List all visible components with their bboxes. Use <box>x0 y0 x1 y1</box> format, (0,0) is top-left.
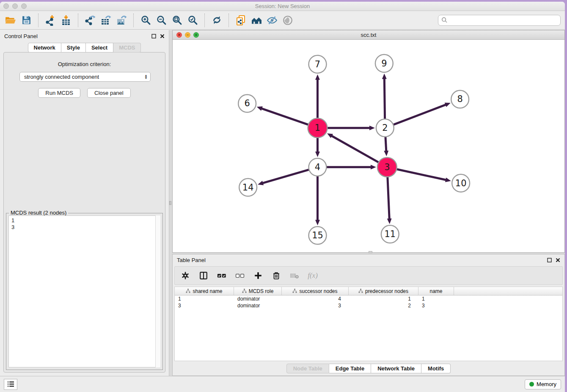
fit-content-icon <box>172 15 182 25</box>
float-panel-icon[interactable] <box>151 34 156 39</box>
column-type-icon <box>186 289 190 293</box>
column-header-MCDS-role[interactable]: MCDS role <box>234 287 282 295</box>
search-box[interactable] <box>438 15 561 26</box>
close-panel-icon[interactable] <box>556 258 560 262</box>
graph-node-4[interactable]: 4 <box>309 158 327 176</box>
add-column-button[interactable] <box>253 270 264 281</box>
deselect-all-columns-button[interactable] <box>234 270 245 281</box>
graph-node-10[interactable]: 10 <box>452 174 470 192</box>
export-table-button[interactable] <box>99 14 112 27</box>
save-session-button[interactable] <box>20 14 33 27</box>
optimization-criterion-select[interactable]: strongly connected component ▲▼ <box>19 72 151 82</box>
select-all-icon <box>217 271 227 280</box>
cell-shared-name[interactable]: 3 <box>175 302 234 309</box>
graph-edge-2-8[interactable] <box>385 105 446 128</box>
close-window-button[interactable] <box>3 3 9 9</box>
refresh-button[interactable] <box>210 14 223 27</box>
column-view-button[interactable] <box>198 270 209 281</box>
close-network-button[interactable]: × <box>176 32 182 38</box>
cell-MCDS-role[interactable]: dominator <box>234 295 282 302</box>
first-neighbors-button[interactable] <box>250 14 263 27</box>
export-image-button[interactable] <box>115 14 128 27</box>
network-window-titlebar[interactable]: × – + scc.txt <box>173 30 564 40</box>
graph-edge-arrowhead <box>258 181 264 185</box>
table-tab-motifs[interactable]: Motifs <box>421 364 451 373</box>
column-header-predecessor-nodes[interactable]: predecessor nodes <box>349 287 418 295</box>
minimize-window-button[interactable] <box>12 3 18 9</box>
mcds-result-text[interactable]: 1 3 <box>8 215 160 367</box>
control-tab-mcds[interactable]: MCDS <box>113 43 141 52</box>
svg-text:6: 6 <box>244 98 250 108</box>
function-icon: f(x) <box>308 271 318 280</box>
vertical-splitter-grip[interactable] <box>169 201 171 205</box>
export-network-button[interactable] <box>84 14 96 27</box>
graph-node-3[interactable]: 3 <box>377 157 397 177</box>
optimization-criterion-value: strongly connected component <box>24 74 99 80</box>
fit-content-button[interactable] <box>171 14 183 27</box>
minimize-network-button[interactable]: – <box>185 32 190 38</box>
zoom-selected-button[interactable] <box>186 14 199 27</box>
graph-node-6[interactable]: 6 <box>238 94 256 112</box>
graph-edge-arrowhead <box>382 74 387 79</box>
float-panel-icon[interactable] <box>547 258 552 262</box>
column-header-shared-name[interactable]: shared name <box>175 287 234 295</box>
graph-edge-arrowhead <box>315 220 320 225</box>
horizontal-splitter-grip[interactable] <box>369 251 372 253</box>
settings-gear-button[interactable] <box>180 270 191 281</box>
show-panels-button[interactable] <box>4 379 17 390</box>
cell-predecessor-nodes[interactable]: 2 <box>349 302 418 309</box>
close-panel-icon[interactable] <box>160 34 165 39</box>
network-canvas[interactable]: 1234678910111415 <box>173 40 564 252</box>
result-scrollbar[interactable] <box>155 215 160 367</box>
import-table-button[interactable] <box>60 14 72 27</box>
cell-MCDS-role[interactable]: dominator <box>234 302 282 309</box>
close-panel-button[interactable]: Close panel <box>87 88 131 98</box>
open-session-button[interactable] <box>4 14 17 27</box>
graph-node-8[interactable]: 8 <box>451 91 469 108</box>
graph-node-9[interactable]: 9 <box>375 55 393 72</box>
hide-panel-eye-button[interactable] <box>281 14 294 27</box>
memory-button[interactable]: Memory <box>525 379 561 389</box>
column-header-successor-nodes[interactable]: successor nodes <box>282 287 349 295</box>
graph-node-7[interactable]: 7 <box>309 55 327 73</box>
column-header-name[interactable]: name <box>418 287 454 295</box>
cell-successor-nodes[interactable]: 3 <box>282 302 349 309</box>
new-network-from-selection-button[interactable] <box>234 14 247 27</box>
cell-name[interactable]: 3 <box>418 302 454 309</box>
import-network-button[interactable] <box>44 14 57 27</box>
table-tab-edge-table[interactable]: Edge Table <box>329 364 371 373</box>
control-tab-style[interactable]: Style <box>61 43 86 52</box>
graph-node-15[interactable]: 15 <box>309 226 327 244</box>
app-window: Session: New Session Control <box>0 2 565 392</box>
cell-name[interactable]: 1 <box>418 295 454 302</box>
search-input[interactable] <box>450 17 557 23</box>
select-all-columns-button[interactable] <box>216 270 227 281</box>
graph-node-1[interactable]: 1 <box>308 118 328 138</box>
function-builder-button[interactable]: f(x) <box>307 270 318 281</box>
graph-node-14[interactable]: 14 <box>239 179 257 196</box>
table-row[interactable]: 3dominator323 <box>175 302 562 309</box>
graph-node-11[interactable]: 11 <box>381 225 399 243</box>
graphics-details-button[interactable] <box>266 14 278 27</box>
list-icon <box>7 381 14 387</box>
run-mcds-button[interactable]: Run MCDS <box>38 88 80 98</box>
control-tab-network[interactable]: Network <box>28 43 61 52</box>
zoom-out-button[interactable] <box>155 14 168 27</box>
cell-predecessor-nodes[interactable]: 1 <box>349 295 418 302</box>
mcds-result-group: MCDS result (2 nodes) 1 3 <box>6 213 163 370</box>
cell-successor-nodes[interactable]: 4 <box>282 295 349 302</box>
graph-node-2[interactable]: 2 <box>376 119 394 137</box>
zoom-in-button[interactable] <box>139 14 152 27</box>
toolbar-separator <box>133 14 134 27</box>
zoom-network-button[interactable]: + <box>193 32 199 38</box>
delete-column-button[interactable] <box>271 270 282 281</box>
table-tab-network-table[interactable]: Network Table <box>371 364 421 373</box>
maximize-window-button[interactable] <box>21 3 27 9</box>
cell-shared-name[interactable]: 1 <box>175 295 234 302</box>
table-tab-node-table[interactable]: Node Table <box>286 364 329 373</box>
toolbar-separator <box>204 14 205 27</box>
delete-table-button[interactable] <box>289 270 300 281</box>
table-row[interactable]: 1dominator411 <box>175 295 562 302</box>
control-tab-select[interactable]: Select <box>86 43 113 52</box>
toolbar-separator <box>38 14 39 27</box>
